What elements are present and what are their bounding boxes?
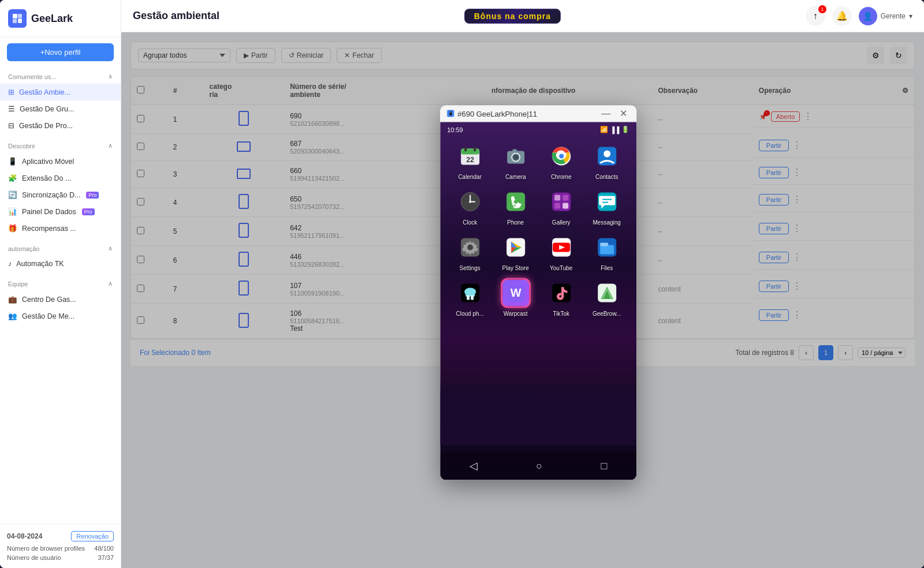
svg-rect-3 (18, 18, 22, 23)
sidebar-item-gestao-ambiental[interactable]: ⊞ Gestão Ambie... (0, 84, 121, 100)
notification-button[interactable]: 🔔 (832, 6, 852, 26)
gift-icon: 🎁 (8, 224, 17, 233)
sidebar-section-label: Descobrir (8, 143, 35, 150)
bonus-banner[interactable]: Bônus na compra (464, 9, 561, 24)
sidebar-item-label: Gestão De Pro... (19, 122, 73, 130)
new-profile-button[interactable]: +Novo perfil (7, 43, 114, 61)
app-item-chrome[interactable]: Chrome (541, 141, 582, 180)
sidebar-item-sincronizacao[interactable]: 🔄 Sincronização D... Pro (0, 186, 121, 203)
app-item-cloudph[interactable]: Cloud ph... (449, 278, 490, 317)
home-nav-button[interactable]: ○ (536, 459, 542, 472)
app-item-playstore[interactable]: Play Store (495, 233, 536, 271)
svg-point-34 (467, 245, 473, 251)
sidebar-section-label: automação (8, 245, 39, 252)
grid-icon: ⊞ (8, 88, 14, 96)
avatar: 👤 (859, 7, 877, 25)
svg-text:22: 22 (466, 156, 474, 164)
app-label: Cloud ph... (456, 311, 484, 317)
svg-point-12 (515, 156, 517, 159)
svg-rect-26 (562, 195, 568, 201)
app-item-phone[interactable]: Phone (495, 187, 536, 226)
app-label: YouTube (550, 265, 572, 271)
page-title: Gestão ambiental (133, 10, 219, 22)
browser-profiles-label: Número de browser profiles (7, 545, 85, 552)
sidebar-item-label: Gestão De Me... (22, 312, 74, 320)
app-item-geebrow[interactable]: GeeBrow... (586, 278, 627, 317)
app-item-calendar[interactable]: 22 Calendar (449, 141, 490, 180)
topbar-right: ↑ 1 🔔 👤 Gerente ▾ (806, 6, 912, 26)
content-area: Agrupar todos ▶ Partir ↺ Reiniciar ✕ Fec… (121, 32, 924, 568)
renewal-button[interactable]: Renovação (71, 531, 114, 541)
app-item-clock[interactable]: Clock (449, 187, 490, 226)
app-item-youtube[interactable]: YouTube (541, 233, 582, 271)
upload-button[interactable]: ↑ 1 (806, 6, 825, 26)
app-item-tiktok[interactable]: TikTok (541, 278, 582, 317)
puzzle-icon: 🧩 (8, 174, 17, 182)
sidebar-item-gestao-membro[interactable]: 👥 Gestão De Me... (0, 308, 121, 324)
sidebar-section-team: Equipe ∧ 💼 Centro De Gas... 👥 Gestão De … (0, 274, 121, 327)
phone-indicator-icon: 📱 (447, 110, 454, 117)
app-label: Contacts (595, 174, 618, 180)
sidebar-section-header-team[interactable]: Equipe ∧ (0, 276, 121, 291)
sidebar-section-label: Equipe (8, 281, 28, 287)
topbar: Gestão ambiental Bônus na compra ↑ 1 🔔 👤… (121, 0, 924, 32)
svg-marker-56 (440, 397, 636, 449)
minimize-button[interactable]: — (599, 109, 613, 118)
sidebar-item-label: Aplicativo Móvel (22, 158, 74, 166)
sidebar-item-extensao[interactable]: 🧩 Extensão Do ... (0, 170, 121, 186)
app-item-settings[interactable]: Settings (449, 233, 490, 271)
sidebar-item-label: Extensão Do ... (22, 174, 71, 182)
table-icon: ⊟ (8, 121, 14, 130)
app-item-files[interactable]: Files (586, 233, 627, 271)
sidebar-item-automacao-tk[interactable]: ♪ Automação TK (0, 256, 121, 272)
chevron-icon: ∧ (108, 73, 113, 80)
app-label: Camera (505, 174, 526, 180)
team-icon: 💼 (8, 295, 17, 304)
app-item-gallery[interactable]: Gallery (541, 187, 582, 226)
sidebar-item-label: Gestão Ambie... (19, 88, 70, 96)
logo-text: GeeLark (31, 13, 73, 25)
recents-nav-button[interactable]: □ (601, 459, 608, 472)
sidebar-item-app-movel[interactable]: 📱 Aplicativo Móvel (0, 153, 121, 170)
app-label: GeeBrow... (593, 311, 621, 317)
sidebar-item-recompensas[interactable]: 🎁 Recompensas ... (0, 220, 121, 237)
sidebar-item-gestao-grupo[interactable]: ☰ Gestão De Gru... (0, 100, 121, 117)
sidebar-section-header-auto[interactable]: automação ∧ (0, 241, 121, 256)
users-icon: 👥 (8, 312, 17, 320)
app-label: Settings (460, 265, 480, 271)
svg-rect-25 (554, 195, 560, 201)
app-item-messaging[interactable]: Messaging (586, 187, 627, 226)
sidebar-item-painel[interactable]: 📊 Painel De Dados Pro (0, 203, 121, 220)
svg-point-16 (559, 154, 564, 159)
sidebar-section-auto: automação ∧ ♪ Automação TK (0, 239, 121, 274)
app-label: Messaging (593, 219, 621, 226)
app-label: Clock (463, 219, 477, 226)
sidebar-item-centro-gasto[interactable]: 💼 Centro De Gas... (0, 291, 121, 308)
app-item-camera[interactable]: Camera (495, 141, 536, 180)
wallpaper-mountains (440, 379, 636, 449)
sidebar-logo: GeeLark (0, 0, 121, 38)
svg-rect-13 (512, 150, 517, 152)
sidebar-item-gestao-pro[interactable]: ⊟ Gestão De Pro... (0, 117, 121, 134)
sidebar: GeeLark +Novo perfil Comumente us... ∧ ⊞… (0, 0, 121, 568)
sidebar-section-header-discover[interactable]: Descobrir ∧ (0, 139, 121, 153)
svg-rect-6 (464, 147, 467, 152)
svg-rect-50 (467, 296, 470, 300)
phone-popup-header-left: 📱 #690 GeeLarkPhone|11 (447, 109, 537, 118)
mobile-icon: 📱 (8, 157, 17, 166)
app-label: Gallery (552, 219, 571, 226)
user-dropdown-icon: ▾ (909, 12, 912, 20)
signal-icon: ▐▐ (610, 126, 620, 133)
sidebar-section-header-common[interactable]: Comumente us... ∧ (0, 69, 121, 84)
back-nav-button[interactable]: ◁ (470, 459, 478, 472)
app-item-warpcast[interactable]: W Warpcast (495, 278, 536, 317)
user-info[interactable]: 👤 Gerente ▾ (859, 7, 912, 25)
app-label: Warpcast (504, 311, 528, 317)
svg-rect-5 (461, 149, 479, 155)
app-item-contacts[interactable]: Contacts (586, 141, 627, 180)
upload-badge: 1 (818, 5, 826, 13)
user-count-label: Número de usuário (7, 554, 61, 561)
chevron-icon: ∧ (108, 245, 113, 252)
sidebar-item-label: Centro De Gas... (22, 296, 76, 304)
close-popup-button[interactable]: ✕ (617, 109, 629, 118)
